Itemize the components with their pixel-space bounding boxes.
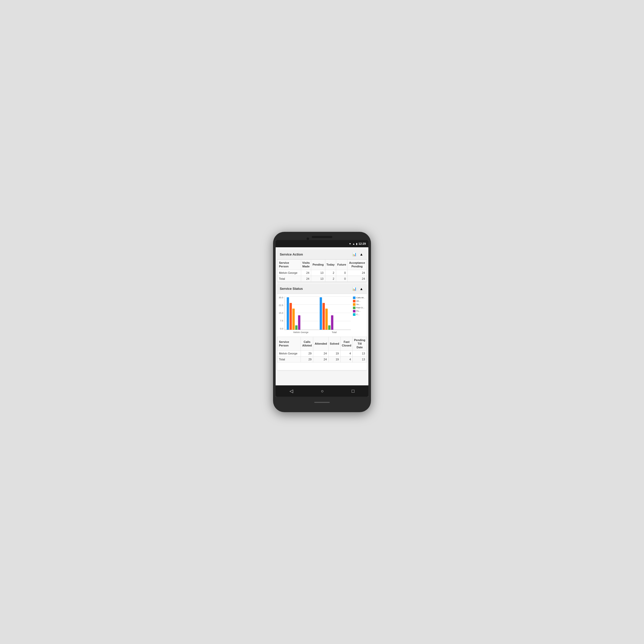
legend-item-3: Fast Cl... xyxy=(353,307,365,309)
bar-0-3 xyxy=(295,325,298,330)
bar-0-0 xyxy=(287,297,289,330)
cell-future: 0 xyxy=(336,276,348,282)
bar-1-1 xyxy=(323,303,325,330)
bar-1-4 xyxy=(331,315,333,330)
screen-content[interactable]: Service Action 📊 ▲ ServicePerson VisitsM… xyxy=(276,247,368,385)
chart-legend: Calls All... Att... So... Fast Cl... Pe.… xyxy=(353,296,365,316)
bottom-nav: ◁ ○ □ xyxy=(276,385,368,397)
cell-today: 2 xyxy=(325,270,336,276)
phone-device: ▼ ▲ ▮ 12:29 Service Action 📊 ▲ xyxy=(273,232,371,412)
chart-inner: 30.0 22.5 15.0 7.5 0.0 xyxy=(279,296,365,335)
bar-1-2 xyxy=(325,309,328,330)
table-row: Melvin George 29 24 19 4 13 xyxy=(277,351,367,357)
cell-solved: 19 xyxy=(328,357,341,362)
legend-item-2: So... xyxy=(353,303,365,306)
collapse-btn-2[interactable]: ▲ xyxy=(359,286,364,292)
cell-today: 2 xyxy=(325,276,336,282)
y-label-4: 22.5 xyxy=(279,304,283,307)
chart-icon-btn[interactable]: 📊 xyxy=(351,251,357,257)
cell-name: Melvin George xyxy=(277,270,301,276)
col-pending-till-date: PendingTillDate xyxy=(353,337,367,351)
chart-container: 30.0 22.5 15.0 7.5 0.0 xyxy=(277,294,367,337)
legend-item-1: Att... xyxy=(353,300,365,302)
legend-color-2 xyxy=(353,303,355,306)
legend-color-0 xyxy=(353,296,355,299)
col-pending: Pending xyxy=(311,260,325,270)
legend-color-1 xyxy=(353,300,355,302)
col-solved: Solved xyxy=(328,337,341,351)
service-action-table: ServicePerson VisitsMade Pending Today F… xyxy=(277,259,367,282)
earpiece-speaker xyxy=(312,236,332,238)
service-status-header-icons: 📊 ▲ xyxy=(351,286,364,292)
legend-color-3 xyxy=(353,307,355,309)
cell-name: Total xyxy=(277,276,301,282)
cell-attended: 24 xyxy=(313,357,328,362)
cell-calls-alloted: 29 xyxy=(301,357,313,362)
cell-future: 0 xyxy=(336,270,348,276)
bottom-spacer xyxy=(277,362,367,370)
chart-plot-area: Melvin George Total xyxy=(284,296,351,334)
legend-label-0: Calls All... xyxy=(356,296,365,299)
col-future: Future xyxy=(336,260,348,270)
cell-attended: 24 xyxy=(313,351,328,357)
y-label-5: 30.0 xyxy=(279,296,283,299)
legend-color-5 xyxy=(353,313,355,316)
cell-visits: 24 xyxy=(301,276,311,282)
legend-label-1: Att... xyxy=(356,300,360,302)
chart-x-labels: Melvin George Total xyxy=(284,331,351,334)
bar-1-0 xyxy=(320,297,322,330)
legend-label-3: Fast Cl... xyxy=(356,307,365,309)
y-label-3: 15.0 xyxy=(279,312,283,314)
chart-y-axis: 30.0 22.5 15.0 7.5 0.0 xyxy=(279,296,283,335)
bar-group-melvin xyxy=(285,297,318,330)
cell-pending-till-date: 13 xyxy=(353,357,367,362)
home-button[interactable]: ○ xyxy=(319,386,326,396)
table-row: Total 29 24 19 4 13 xyxy=(277,357,367,362)
legend-label-4: Pe... xyxy=(356,310,360,312)
bar-0-4 xyxy=(298,315,300,330)
x-label-melvin: Melvin George xyxy=(284,331,318,334)
collapse-btn[interactable]: ▲ xyxy=(359,251,364,257)
cell-fast-closed: 4 xyxy=(341,351,353,357)
cell-fast-closed: 4 xyxy=(341,357,353,362)
bar-1-3 xyxy=(328,325,331,330)
legend-item-0: Calls All... xyxy=(353,296,365,299)
col-fast-closed: FastClosed xyxy=(341,337,353,351)
legend-color-4 xyxy=(353,310,355,312)
recent-button[interactable]: □ xyxy=(350,386,357,396)
chart-icon-btn-2[interactable]: 📊 xyxy=(351,286,357,292)
service-status-table: ServicePerson CallsAlloted Attended Solv… xyxy=(277,337,367,363)
col-attended: Attended xyxy=(313,337,328,351)
cell-pending: 13 xyxy=(311,270,325,276)
service-status-header: Service Status 📊 ▲ xyxy=(277,284,367,294)
col-sp: ServicePerson xyxy=(277,337,301,351)
x-label-total: Total xyxy=(318,331,351,334)
status-icons: ▼ ▲ ▮ xyxy=(349,242,358,245)
signal-icon: ▲ xyxy=(352,242,355,245)
status-bar: ▼ ▲ ▮ 12:29 xyxy=(276,240,368,247)
phone-screen: ▼ ▲ ▮ 12:29 Service Action 📊 ▲ xyxy=(276,240,368,397)
cell-name: Total xyxy=(277,357,301,362)
chart-bars-area xyxy=(284,296,351,330)
y-label-1: 0.0 xyxy=(279,328,283,330)
cell-name: Melvin George xyxy=(277,351,301,357)
service-action-header: Service Action 📊 ▲ xyxy=(277,249,367,259)
col-visits-made: VisitsMade xyxy=(301,260,311,270)
service-status-title: Service Status xyxy=(280,287,303,291)
service-action-card: Service Action 📊 ▲ ServicePerson VisitsM… xyxy=(277,249,367,282)
col-acceptance-pending: AcceptancePending xyxy=(348,260,367,270)
home-bar xyxy=(314,402,330,403)
cell-pending-till-date: 13 xyxy=(353,351,367,357)
col-today: Today xyxy=(325,260,336,270)
col-service-person: ServicePerson xyxy=(277,260,301,270)
cell-acceptance: 24 xyxy=(348,270,367,276)
back-button[interactable]: ◁ xyxy=(287,386,295,396)
service-action-title: Service Action xyxy=(280,252,303,256)
service-status-card: Service Status 📊 ▲ 30.0 22.5 15.0 7.5 xyxy=(277,284,367,370)
cell-solved: 19 xyxy=(328,351,341,357)
phone-bottom-area xyxy=(276,397,368,408)
status-time: 12:29 xyxy=(359,242,366,245)
table-row: Melvin George 24 13 2 0 24 xyxy=(277,270,367,276)
col-calls-alloted: CallsAlloted xyxy=(301,337,313,351)
wifi-icon: ▼ xyxy=(349,242,351,245)
